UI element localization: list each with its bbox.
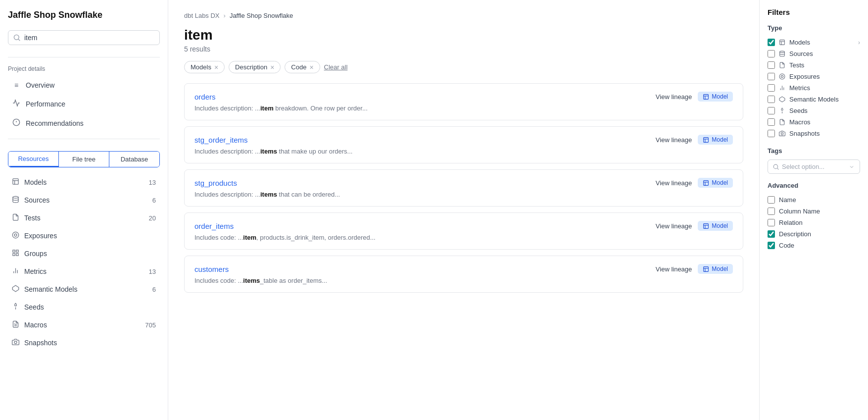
resource-macros[interactable]: Macros 705 — [8, 318, 160, 332]
tags-select[interactable]: Select option... — [768, 159, 860, 174]
resource-exposures[interactable]: Exposures — [8, 229, 160, 243]
type-option-semantic-models[interactable]: Semantic Models — [768, 94, 860, 105]
advanced-option-name[interactable]: Name — [768, 194, 860, 206]
type-option-macros[interactable]: Macros — [768, 116, 860, 128]
tab-database[interactable]: Database — [109, 152, 159, 167]
view-lineage-customers[interactable]: View lineage — [656, 265, 692, 273]
resource-models[interactable]: Models 13 — [8, 175, 160, 189]
type-option-tests[interactable]: Tests — [768, 59, 860, 71]
tab-resources[interactable]: Resources — [8, 152, 59, 167]
filter-chip-code[interactable]: Code × — [285, 61, 320, 73]
type-checkbox-metrics[interactable] — [768, 84, 775, 92]
filter-chip-code-label: Code — [291, 63, 306, 71]
advanced-option-description[interactable]: Description — [768, 228, 860, 240]
type-option-sources[interactable]: Sources — [768, 48, 860, 59]
type-checkbox-semantic-models[interactable] — [768, 96, 775, 103]
advanced-option-column-name[interactable]: Column Name — [768, 206, 860, 217]
left-sidebar: Jaffle Shop Snowflake Project details ≡ … — [0, 0, 168, 420]
resource-metrics[interactable]: Metrics 13 — [8, 264, 160, 278]
result-link-order-items[interactable]: order_items — [194, 222, 234, 230]
models-label: Models — [24, 178, 47, 186]
view-lineage-orders[interactable]: View lineage — [656, 93, 692, 101]
advanced-option-relation[interactable]: Relation — [768, 217, 860, 228]
advanced-checkbox-relation[interactable] — [768, 219, 775, 226]
view-lineage-stg-order-items[interactable]: View lineage — [656, 136, 692, 144]
tags-search-icon — [773, 164, 779, 170]
result-link-orders[interactable]: orders — [194, 93, 216, 101]
sidebar-title: Jaffle Shop Snowflake — [8, 10, 160, 20]
seeds-type-icon — [779, 107, 785, 114]
search-input[interactable] — [24, 34, 154, 42]
advanced-section-label: Advanced — [768, 182, 860, 189]
breadcrumb-root[interactable]: dbt Labs DX — [184, 12, 220, 19]
semantic-models-type-icon — [779, 96, 785, 103]
advanced-checkbox-code[interactable] — [768, 242, 775, 249]
type-section-label: Type — [768, 24, 860, 32]
models-expand-icon[interactable]: › — [858, 39, 860, 46]
svg-rect-25 — [704, 137, 709, 142]
type-checkbox-exposures[interactable] — [768, 73, 775, 80]
filter-chip-models[interactable]: Models × — [184, 61, 225, 73]
view-lineage-order-items[interactable]: View lineage — [656, 222, 692, 230]
type-option-seeds[interactable]: Seeds — [768, 105, 860, 116]
view-lineage-stg-products[interactable]: View lineage — [656, 179, 692, 187]
result-link-customers[interactable]: customers — [194, 265, 229, 273]
type-option-models[interactable]: Models › — [768, 37, 860, 48]
type-option-exposures[interactable]: Exposures — [768, 71, 860, 82]
result-card-order-items: order_items View lineage Model Includes … — [184, 212, 743, 250]
resource-seeds[interactable]: Seeds — [8, 300, 160, 314]
type-checkbox-macros[interactable] — [768, 118, 775, 126]
resource-snapshots[interactable]: Snapshots — [8, 336, 160, 350]
type-option-metrics[interactable]: Metrics — [768, 82, 860, 94]
type-checkbox-sources[interactable] — [768, 50, 775, 57]
svg-rect-12 — [16, 250, 18, 252]
badge-orders: Model — [698, 92, 733, 102]
type-checkbox-snapshots[interactable] — [768, 130, 775, 137]
search-box[interactable] — [8, 30, 160, 45]
advanced-checkbox-description[interactable] — [768, 230, 775, 238]
resource-groups[interactable]: Groups — [8, 247, 160, 261]
svg-marker-46 — [779, 97, 785, 102]
advanced-checkbox-name[interactable] — [768, 196, 775, 204]
resource-semantic-models[interactable]: Semantic Models 6 — [8, 282, 160, 296]
sidebar-item-overview[interactable]: ≡ Overview — [8, 78, 160, 92]
sidebar-item-performance[interactable]: Performance — [8, 96, 160, 111]
svg-rect-37 — [780, 40, 785, 45]
advanced-relation-label: Relation — [779, 219, 803, 226]
filter-chip-description[interactable]: Description × — [229, 61, 281, 73]
type-semantic-models-label: Semantic Models — [789, 96, 839, 103]
resource-sources[interactable]: Sources 6 — [8, 193, 160, 207]
svg-rect-28 — [704, 180, 709, 185]
models-count: 13 — [149, 179, 156, 186]
metrics-type-icon — [779, 85, 785, 91]
semantic-models-icon — [12, 285, 19, 294]
advanced-column-name-label: Column Name — [779, 208, 820, 215]
filter-chip-code-remove[interactable]: × — [309, 64, 313, 71]
filter-chip-description-remove[interactable]: × — [270, 64, 274, 71]
resource-tests[interactable]: Tests 20 — [8, 211, 160, 225]
advanced-option-code[interactable]: Code — [768, 240, 860, 251]
type-checkbox-tests[interactable] — [768, 61, 775, 69]
result-link-stg-products[interactable]: stg_products — [194, 179, 237, 187]
advanced-checkbox-column-name[interactable] — [768, 208, 775, 215]
badge-stg-products: Model — [698, 178, 733, 188]
filter-chip-models-remove[interactable]: × — [214, 64, 218, 71]
svg-marker-18 — [12, 285, 19, 292]
sidebar-item-recommendations[interactable]: Recommendations — [8, 115, 160, 131]
results-count: 5 results — [184, 45, 743, 53]
advanced-code-label: Code — [779, 242, 794, 249]
svg-point-41 — [779, 74, 785, 79]
tab-file-tree[interactable]: File tree — [59, 152, 109, 167]
type-checkbox-models[interactable] — [768, 39, 775, 46]
result-link-stg-order-items[interactable]: stg_order_items — [194, 136, 248, 144]
svg-rect-5 — [13, 179, 18, 184]
type-option-snapshots[interactable]: Snapshots — [768, 128, 860, 139]
type-checkbox-seeds[interactable] — [768, 107, 775, 114]
result-card-stg-order-items: stg_order_items View lineage Model Inclu… — [184, 126, 743, 163]
result-desc-order-items: Includes code: ...item, products.is_drin… — [194, 234, 733, 241]
badge-stg-order-items: Model — [698, 135, 733, 145]
clear-all-button[interactable]: Clear all — [324, 63, 348, 71]
seeds-icon — [12, 303, 19, 312]
badge-customers: Model — [698, 264, 733, 274]
svg-rect-14 — [13, 254, 15, 256]
